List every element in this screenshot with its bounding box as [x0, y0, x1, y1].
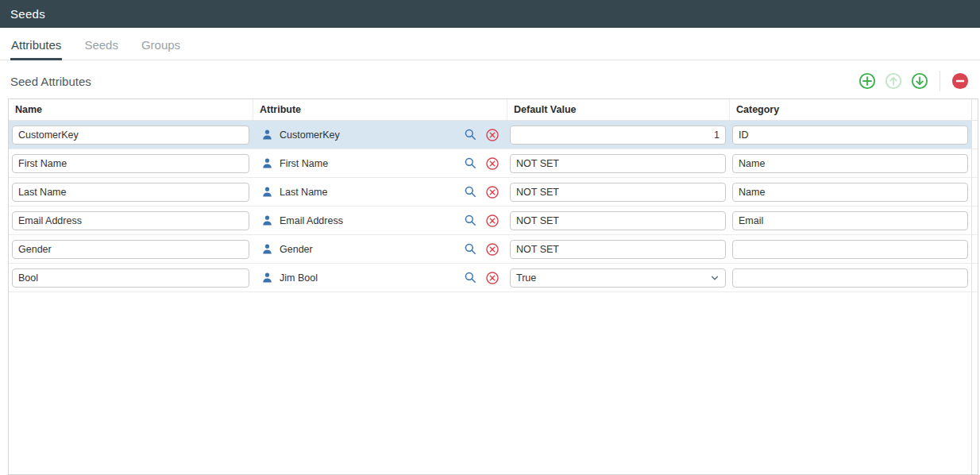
category-input[interactable]	[732, 268, 968, 288]
category-cell	[729, 149, 971, 177]
remove-attribute-icon[interactable]	[485, 271, 500, 285]
name-input[interactable]	[12, 268, 249, 288]
column-header-category: Category	[729, 99, 971, 120]
dropdown-selected-value: True	[516, 272, 536, 284]
tab-groups[interactable]: Groups	[141, 35, 181, 60]
search-icon[interactable]	[464, 156, 477, 170]
remove-attribute-icon[interactable]	[485, 242, 500, 257]
window-titlebar: Seeds	[0, 0, 980, 28]
search-icon[interactable]	[464, 242, 477, 256]
category-input[interactable]	[732, 154, 968, 173]
person-icon	[261, 214, 273, 226]
attribute-cell: Last Name	[253, 178, 507, 206]
name-input[interactable]	[12, 126, 249, 145]
name-input[interactable]	[12, 211, 249, 230]
attribute-cell: First Name	[253, 149, 507, 177]
scroll-gutter	[971, 121, 978, 149]
name-input[interactable]	[12, 154, 249, 173]
default-value-input[interactable]	[510, 211, 726, 230]
search-icon[interactable]	[464, 271, 477, 284]
tab-seeds[interactable]: Seeds	[83, 35, 119, 60]
attribute-cell: Email Address	[253, 207, 507, 234]
column-header-name: Name	[9, 99, 253, 120]
search-icon[interactable]	[464, 185, 477, 199]
name-cell	[9, 149, 253, 177]
attribute-label: Jim Bool	[280, 272, 318, 284]
person-icon	[261, 243, 273, 255]
category-input[interactable]	[732, 211, 968, 230]
search-icon[interactable]	[464, 214, 477, 227]
remove-attribute-icon[interactable]	[485, 156, 500, 171]
toolbar-divider	[939, 71, 940, 91]
attribute-cell: CustomerKey	[253, 121, 507, 149]
table-row[interactable]: Email Address	[9, 207, 978, 235]
move-down-button[interactable]	[911, 72, 928, 90]
plus-circle-icon	[858, 72, 876, 90]
scroll-gutter	[971, 99, 978, 120]
table-row[interactable]: Last Name	[9, 178, 978, 207]
name-input[interactable]	[12, 240, 249, 259]
category-cell	[729, 121, 971, 149]
scroll-gutter	[971, 264, 978, 292]
name-input[interactable]	[12, 183, 249, 202]
default-value-input[interactable]	[510, 154, 726, 173]
attribute-label: First Name	[280, 158, 328, 169]
person-icon	[261, 186, 273, 198]
add-attribute-button[interactable]	[858, 72, 876, 90]
remove-attribute-icon[interactable]	[485, 185, 500, 199]
move-up-button[interactable]	[885, 72, 902, 90]
arrow-down-circle-icon	[911, 72, 928, 90]
person-icon	[261, 129, 273, 141]
category-cell	[729, 264, 971, 292]
table-row[interactable]: Jim Bool True	[9, 264, 978, 292]
default-value-cell: True	[507, 264, 729, 292]
name-cell	[9, 178, 253, 206]
scroll-gutter	[971, 207, 978, 234]
scroll-gutter	[971, 235, 978, 263]
attribute-label: Last Name	[280, 187, 327, 198]
chevron-down-icon	[709, 272, 720, 284]
name-cell	[9, 235, 253, 263]
category-input[interactable]	[732, 240, 968, 259]
minus-circle-icon	[951, 72, 969, 90]
tab-attributes[interactable]: Attributes	[10, 35, 62, 60]
table-header-row: Name Attribute Default Value Category	[9, 99, 978, 121]
default-value-cell	[507, 235, 729, 263]
table-row[interactable]: Gender	[9, 235, 978, 264]
category-cell	[729, 178, 971, 206]
section-header: Seed Attributes	[0, 60, 980, 98]
default-value-cell	[507, 149, 729, 177]
category-cell	[729, 207, 971, 234]
default-value-input[interactable]	[510, 183, 726, 202]
default-value-dropdown[interactable]: True	[510, 268, 726, 288]
remove-attribute-icon[interactable]	[485, 214, 500, 228]
category-input[interactable]	[732, 183, 968, 202]
attribute-cell: Gender	[253, 235, 507, 263]
arrow-up-circle-icon	[885, 72, 902, 90]
default-value-cell	[507, 121, 729, 149]
person-icon	[261, 272, 273, 284]
name-cell	[9, 121, 253, 149]
table-row[interactable]: CustomerKey	[9, 121, 978, 149]
table-row[interactable]: First Name	[9, 149, 978, 178]
attribute-label: Gender	[280, 244, 313, 255]
attribute-label: Email Address	[280, 215, 343, 226]
category-cell	[729, 235, 971, 263]
name-cell	[9, 207, 253, 234]
seed-attributes-table: Name Attribute Default Value Category Cu…	[8, 98, 978, 475]
column-header-attribute: Attribute	[253, 99, 507, 120]
default-value-input[interactable]	[510, 126, 726, 145]
tab-bar: Attributes Seeds Groups	[0, 35, 980, 60]
default-value-cell	[507, 207, 729, 234]
default-value-input[interactable]	[510, 240, 726, 259]
category-input[interactable]	[732, 126, 968, 145]
column-header-default-value: Default Value	[507, 99, 729, 120]
remove-attribute-button[interactable]	[951, 72, 969, 90]
attributes-toolbar	[858, 71, 970, 91]
search-icon[interactable]	[464, 128, 477, 141]
person-icon	[261, 157, 273, 169]
remove-attribute-icon[interactable]	[485, 128, 500, 142]
table-empty-area	[9, 292, 978, 474]
default-value-cell	[507, 178, 729, 206]
page-title: Seeds	[10, 7, 45, 21]
